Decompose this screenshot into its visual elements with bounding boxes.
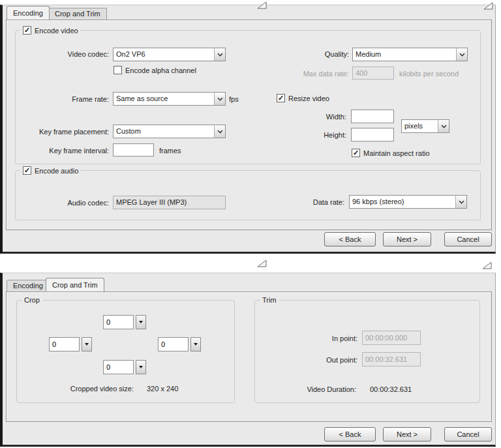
crop-legend: Crop bbox=[22, 296, 42, 304]
in-point-input bbox=[362, 331, 421, 345]
next-button[interactable]: Next > bbox=[383, 232, 431, 246]
crop-top-input[interactable] bbox=[103, 315, 134, 329]
out-point-label: Out point: bbox=[279, 354, 357, 366]
maintain-aspect-label: Maintain aspect ratio bbox=[363, 147, 430, 159]
audio-codec-field: MPEG Layer III (MP3) bbox=[113, 196, 226, 209]
frames-suffix: frames bbox=[159, 145, 181, 157]
encode-audio-checkbox[interactable]: ✓ bbox=[23, 166, 31, 175]
data-rate-value: 96 kbps (stereo) bbox=[350, 196, 455, 208]
check-icon: ✓ bbox=[24, 166, 30, 174]
out-point-input bbox=[362, 352, 421, 366]
crop-left-input[interactable] bbox=[49, 337, 80, 351]
height-input[interactable] bbox=[351, 128, 394, 142]
video-codec-label: Video codec: bbox=[22, 48, 109, 60]
encode-video-label: Encode video bbox=[35, 27, 78, 35]
in-point-label: In point: bbox=[279, 333, 357, 344]
cropped-size-value: 320 x 240 bbox=[147, 383, 178, 395]
chevron-down-icon bbox=[455, 196, 466, 208]
quality-select[interactable]: Medium bbox=[352, 48, 468, 61]
trim-legend: Trim bbox=[260, 296, 279, 304]
tab-encoding-label: Encoding bbox=[13, 9, 43, 17]
encode-alpha-label: Encode alpha channel bbox=[125, 65, 196, 76]
video-codec-value: On2 VP6 bbox=[114, 48, 214, 61]
check-icon: ✓ bbox=[24, 26, 30, 34]
key-frame-interval-label: Key frame interval: bbox=[22, 145, 109, 157]
crop-group-label: Crop bbox=[24, 296, 40, 304]
video-duration-value: 00:00:32.631 bbox=[370, 383, 412, 395]
max-data-rate-input bbox=[352, 67, 394, 80]
max-data-rate-suffix: kilobits per second bbox=[399, 68, 459, 80]
page-curl-icon bbox=[256, 1, 267, 10]
encode-video-legend: ✓ Encode video bbox=[20, 26, 81, 35]
crop-left-spinner-button[interactable] bbox=[82, 337, 92, 351]
tab-crop-and-trim[interactable]: Crop and Trim bbox=[46, 278, 104, 291]
page-curl-icon bbox=[256, 260, 267, 268]
cancel-button[interactable]: Cancel bbox=[444, 427, 492, 441]
encode-audio-label: Encode audio bbox=[35, 167, 78, 175]
width-input[interactable] bbox=[351, 110, 394, 123]
units-select[interactable]: pixels bbox=[401, 119, 449, 133]
chevron-down-icon bbox=[438, 120, 449, 132]
max-data-rate-label: Max data rate: bbox=[266, 68, 349, 80]
tab-crop-and-trim-label: Crop and Trim bbox=[55, 10, 100, 18]
tab-encoding-label: Encoding bbox=[13, 282, 43, 290]
encode-audio-legend: ✓ Encode audio bbox=[20, 166, 81, 175]
maintain-aspect-checkbox[interactable]: ✓ bbox=[352, 149, 360, 157]
audio-codec-label: Audio codec: bbox=[22, 197, 109, 209]
tab-encoding[interactable]: Encoding bbox=[7, 6, 50, 20]
page-curl-icon bbox=[483, 2, 494, 10]
encode-alpha-checkbox[interactable] bbox=[114, 66, 122, 74]
resize-video-label: Resize video bbox=[288, 93, 329, 104]
video-codec-select[interactable]: On2 VP6 bbox=[113, 48, 226, 61]
key-frame-placement-value: Custom bbox=[114, 125, 214, 138]
crop-bottom-spinner-button[interactable] bbox=[136, 360, 146, 374]
back-button[interactable]: < Back bbox=[324, 427, 376, 441]
crop-trim-dialog: Encoding Crop and Trim Crop Cropped vide… bbox=[0, 273, 496, 447]
next-button[interactable]: Next > bbox=[383, 427, 431, 441]
frame-rate-value: Same as source bbox=[114, 93, 214, 105]
tab-crop-and-trim-label: Crop and Trim bbox=[52, 281, 98, 289]
triangle-down-icon bbox=[85, 343, 89, 346]
frame-rate-label: Frame rate: bbox=[22, 93, 109, 105]
encoding-dialog: Encoding Crop and Trim ✓ Encode video Vi… bbox=[0, 5, 496, 254]
encode-video-checkbox[interactable]: ✓ bbox=[23, 26, 31, 35]
crop-top-spinner-button[interactable] bbox=[136, 315, 146, 329]
tab-encoding[interactable]: Encoding bbox=[7, 280, 50, 291]
fps-suffix: fps bbox=[229, 93, 239, 105]
data-rate-label: Data rate: bbox=[262, 196, 344, 208]
resize-video-checkbox[interactable]: ✓ bbox=[277, 94, 285, 102]
triangle-down-icon bbox=[194, 343, 198, 346]
triangle-down-icon bbox=[139, 366, 143, 368]
back-button[interactable]: < Back bbox=[324, 232, 376, 246]
trim-group-label: Trim bbox=[262, 296, 277, 304]
chevron-down-icon bbox=[456, 48, 467, 61]
tab-crop-and-trim[interactable]: Crop and Trim bbox=[48, 8, 107, 20]
page: Encoding Crop and Trim ✓ Encode video Vi… bbox=[0, 0, 501, 448]
quality-value: Medium bbox=[353, 48, 456, 61]
cropped-size-label: Cropped video size: bbox=[39, 383, 134, 395]
check-icon: ✓ bbox=[278, 94, 284, 102]
crop-right-input[interactable] bbox=[158, 337, 189, 351]
check-icon: ✓ bbox=[353, 149, 359, 157]
chevron-down-icon bbox=[214, 93, 225, 105]
chevron-down-icon bbox=[214, 48, 225, 61]
data-rate-select[interactable]: 96 kbps (stereo) bbox=[349, 195, 467, 209]
crop-right-spinner-button[interactable] bbox=[190, 337, 201, 351]
units-value: pixels bbox=[402, 120, 438, 132]
page-curl-icon bbox=[481, 261, 493, 270]
chevron-down-icon bbox=[214, 125, 225, 138]
key-frame-placement-select[interactable]: Custom bbox=[113, 125, 226, 138]
key-frame-placement-label: Key frame placement: bbox=[22, 126, 109, 138]
video-duration-label: Video Duration: bbox=[278, 383, 356, 395]
width-label: Width: bbox=[296, 111, 346, 123]
height-label: Height: bbox=[296, 129, 346, 141]
frame-rate-select[interactable]: Same as source bbox=[113, 92, 226, 106]
cancel-button[interactable]: Cancel bbox=[444, 232, 492, 246]
crop-bottom-input[interactable] bbox=[103, 360, 134, 374]
quality-label: Quality: bbox=[266, 48, 349, 60]
triangle-down-icon bbox=[139, 321, 143, 323]
key-frame-interval-input[interactable] bbox=[113, 143, 154, 157]
